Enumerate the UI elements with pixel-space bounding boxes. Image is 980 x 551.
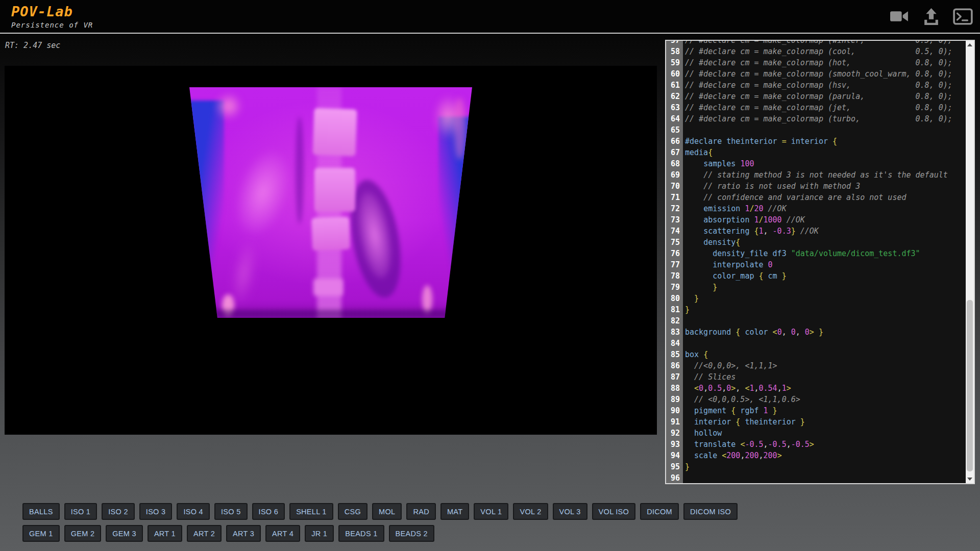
code-line: 58// #declare cm = make_colormap (cool, … bbox=[666, 46, 966, 57]
scene-button-iso-5[interactable]: ISO 5 bbox=[214, 503, 248, 520]
line-number: 95 bbox=[666, 461, 683, 472]
code-line-text: // #declare cm = make_colormap (hsv, 0.8… bbox=[683, 80, 952, 91]
code-line-text: media{ bbox=[683, 147, 713, 158]
scene-button-gem-2[interactable]: GEM 2 bbox=[64, 525, 102, 542]
scene-button-gem-3[interactable]: GEM 3 bbox=[106, 525, 143, 542]
code-line: 71 // confidence and variance are also n… bbox=[666, 192, 966, 203]
render-vertebra-2 bbox=[314, 168, 355, 212]
header-icons bbox=[889, 7, 973, 26]
render-blue-band-left bbox=[185, 101, 224, 318]
code-line-text: // <0,0,0.5>, <1,1,0.6> bbox=[683, 394, 800, 405]
scene-button-iso-4[interactable]: ISO 4 bbox=[177, 503, 210, 520]
line-number: 84 bbox=[666, 338, 683, 349]
scene-button-gem-1[interactable]: GEM 1 bbox=[22, 525, 60, 542]
code-line: 82 bbox=[666, 315, 966, 327]
scrollbar-thumb[interactable] bbox=[967, 300, 973, 471]
line-number: 71 bbox=[666, 192, 683, 203]
line-number: 86 bbox=[666, 360, 683, 371]
terminal-icon[interactable] bbox=[952, 7, 973, 26]
scene-button-balls[interactable]: BALLS bbox=[22, 503, 60, 520]
code-line-text: samples 100 bbox=[683, 158, 754, 169]
scene-button-jr-1[interactable]: JR 1 bbox=[305, 525, 334, 542]
line-number: 62 bbox=[666, 91, 683, 102]
scene-button-art-3[interactable]: ART 3 bbox=[226, 525, 261, 542]
editor-scrollbar[interactable] bbox=[966, 41, 974, 483]
scene-button-iso-3[interactable]: ISO 3 bbox=[139, 503, 173, 520]
render-viewport[interactable] bbox=[5, 66, 657, 435]
code-line: 88 <0,0.5,0>, <1,0.54,1> bbox=[666, 383, 966, 394]
scene-button-mol[interactable]: MOL bbox=[372, 503, 402, 520]
code-line: 89 // <0,0,0.5>, <1,1,0.6> bbox=[666, 394, 966, 405]
line-number: 69 bbox=[666, 169, 683, 181]
code-line: 74 scattering {1, -0.3} //OK bbox=[666, 226, 966, 237]
scene-button-vol-1[interactable]: VOL 1 bbox=[474, 503, 508, 520]
scene-button-rad[interactable]: RAD bbox=[406, 503, 436, 520]
line-number: 73 bbox=[666, 214, 683, 226]
code-line-text: // #declare cm = make_colormap (turbo, 0… bbox=[683, 113, 952, 124]
code-line-text: // #declare cm = make_colormap (hot, 0.8… bbox=[683, 57, 952, 68]
line-number: 63 bbox=[666, 102, 683, 113]
line-number: 67 bbox=[666, 147, 683, 158]
scene-button-vol-3[interactable]: VOL 3 bbox=[553, 503, 587, 520]
scroll-up-button[interactable] bbox=[966, 41, 974, 49]
scene-button-shell-1[interactable]: SHELL 1 bbox=[289, 503, 333, 520]
scroll-down-button[interactable] bbox=[966, 475, 974, 483]
code-line-text: // confidence and variance are also not … bbox=[683, 192, 906, 203]
scene-button-dicom-iso[interactable]: DICOM ISO bbox=[683, 503, 738, 520]
scene-button-vol-2[interactable]: VOL 2 bbox=[513, 503, 548, 520]
line-number: 81 bbox=[666, 304, 683, 315]
code-line: 95} bbox=[666, 461, 966, 472]
code-line-text: translate <-0.5,-0.5,-0.5> bbox=[683, 439, 814, 450]
render-bottom-shadow bbox=[210, 310, 452, 318]
scene-button-vol-iso[interactable]: VOL ISO bbox=[592, 503, 636, 520]
code-line: 96 bbox=[666, 472, 966, 483]
code-line-text: density{ bbox=[683, 237, 740, 248]
render-image bbox=[189, 87, 472, 318]
code-line: 90 pigment { rgbf 1 } bbox=[666, 405, 966, 416]
render-dark-crease bbox=[296, 117, 304, 224]
line-number: 87 bbox=[666, 371, 683, 383]
scene-button-iso-2[interactable]: ISO 2 bbox=[102, 503, 135, 520]
line-number: 85 bbox=[666, 349, 683, 360]
code-line: 79 } bbox=[666, 282, 966, 293]
line-number: 88 bbox=[666, 383, 683, 394]
code-editor[interactable]: 57// #declare cm = make_colormap (winter… bbox=[665, 40, 975, 484]
scene-buttons-row-2: GEM 1GEM 2GEM 3ART 1ART 2ART 3ART 4JR 1B… bbox=[22, 525, 434, 542]
code-line-text: background { color <0, 0, 0> } bbox=[683, 327, 823, 338]
code-line-text: scattering {1, -0.3} //OK bbox=[683, 226, 819, 237]
code-scroll-area[interactable]: 57// #declare cm = make_colormap (winter… bbox=[666, 41, 966, 483]
video-camera-icon[interactable] bbox=[889, 7, 910, 26]
code-line: 62// #declare cm = make_colormap (parula… bbox=[666, 91, 966, 102]
scene-button-art-4[interactable]: ART 4 bbox=[265, 525, 300, 542]
scene-button-iso-1[interactable]: ISO 1 bbox=[64, 503, 97, 520]
code-line: 57// #declare cm = make_colormap (winter… bbox=[666, 41, 966, 46]
code-line-text bbox=[683, 315, 685, 327]
code-line-text: absorption 1/1000 //OK bbox=[683, 214, 805, 226]
code-line-text: } bbox=[683, 461, 690, 472]
app-title: POV-Lab bbox=[11, 4, 93, 19]
scene-button-art-1[interactable]: ART 1 bbox=[148, 525, 182, 542]
render-highlight-top-left bbox=[215, 92, 242, 120]
upload-icon[interactable] bbox=[921, 7, 941, 26]
line-number: 93 bbox=[666, 439, 683, 450]
code-line-text: scale <200,200,200> bbox=[683, 450, 782, 461]
scene-button-mat[interactable]: MAT bbox=[440, 503, 469, 520]
code-line: 66#declare theinterior = interior { bbox=[666, 136, 966, 147]
triangle-down-icon bbox=[967, 478, 972, 481]
code-line-text bbox=[683, 472, 685, 483]
scene-button-dicom[interactable]: DICOM bbox=[640, 503, 679, 520]
line-number: 66 bbox=[666, 136, 683, 147]
line-number: 75 bbox=[666, 237, 683, 248]
scene-button-beads-2[interactable]: BEADS 2 bbox=[389, 525, 434, 542]
scene-button-iso-6[interactable]: ISO 6 bbox=[252, 503, 285, 520]
line-number: 79 bbox=[666, 282, 683, 293]
scene-button-beads-1[interactable]: BEADS 1 bbox=[338, 525, 384, 542]
line-number: 90 bbox=[666, 405, 683, 416]
code-line: 72 emission 1/20 //OK bbox=[666, 203, 966, 214]
scene-button-csg[interactable]: CSG bbox=[338, 503, 368, 520]
render-vertebra-3 bbox=[311, 217, 350, 251]
app-subtitle: Persistence of VR bbox=[11, 21, 93, 29]
scene-button-art-2[interactable]: ART 2 bbox=[187, 525, 222, 542]
line-number: 82 bbox=[666, 315, 683, 327]
line-number: 78 bbox=[666, 270, 683, 282]
